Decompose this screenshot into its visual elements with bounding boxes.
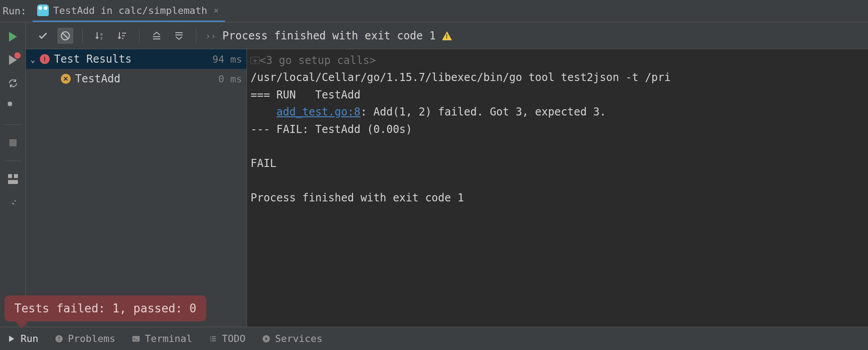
show-ignored-icon[interactable] — [57, 28, 73, 44]
todo-icon — [208, 334, 217, 343]
close-icon[interactable]: × — [212, 5, 221, 16]
tab-todo[interactable]: TODO — [208, 333, 246, 344]
terminal-icon — [132, 334, 140, 343]
node-label: Test Results — [54, 53, 132, 65]
fold-line[interactable]: <3 go setup calls> — [260, 54, 376, 67]
test-node[interactable]: ✕ TestAdd 0 ms — [26, 69, 247, 89]
test-toolbar: az ›› Process finished with exit code 1 — [26, 22, 868, 49]
process-status: Process finished with exit code 1 — [222, 30, 452, 42]
separator — [139, 29, 140, 43]
warning-icon — [442, 31, 452, 40]
svg-rect-0 — [8, 174, 12, 178]
collapse-all-icon[interactable] — [171, 28, 187, 44]
toggle-auto-test-icon[interactable] — [7, 77, 19, 90]
svg-rect-2 — [8, 180, 18, 184]
console-line: : Add(1, 2) failed. Got 3, expected 3. — [361, 106, 606, 118]
tab-run[interactable]: Run — [7, 333, 38, 344]
fold-gutter-icon[interactable]: + — [251, 57, 260, 64]
tab-terminal[interactable]: Terminal — [132, 333, 192, 344]
node-time: 0 ms — [218, 73, 242, 85]
separator — [196, 29, 196, 43]
tab-title: TestAdd in calc/simplemath — [53, 5, 207, 16]
problems-icon — [55, 334, 64, 343]
expand-all-icon[interactable] — [149, 28, 165, 44]
fail-badge-icon: ✕ — [61, 74, 71, 84]
layout-icon[interactable] — [7, 173, 19, 185]
settings-icon[interactable] — [7, 100, 19, 113]
console-line: Process finished with exit code 1 — [251, 192, 464, 204]
run-config-tab[interactable]: TestAdd in calc/simplemath × — [33, 0, 225, 22]
svg-rect-7 — [59, 337, 60, 339]
separator — [82, 29, 83, 43]
svg-rect-8 — [59, 340, 60, 341]
sort-alpha-icon[interactable]: az — [92, 28, 108, 44]
stop-icon[interactable] — [7, 137, 19, 149]
test-tree[interactable]: ⌄ ! Test Results 94 ms ✕ TestAdd 0 ms — [26, 49, 247, 327]
fail-badge-icon: ! — [40, 54, 50, 64]
chevron-down-icon[interactable]: ⌄ — [30, 55, 35, 64]
run-gutter — [0, 22, 26, 327]
sort-duration-icon[interactable] — [114, 28, 130, 44]
svg-rect-9 — [132, 336, 140, 341]
gopher-icon — [37, 4, 49, 16]
services-icon — [262, 334, 271, 343]
console-line: FAIL — [251, 157, 277, 170]
chevron-right-icon: ›› — [205, 30, 216, 41]
test-summary-tooltip: Tests failed: 1, passed: 0 — [4, 295, 206, 321]
pin-icon[interactable] — [7, 196, 19, 209]
svg-text:z: z — [100, 36, 102, 40]
show-passed-icon[interactable] — [35, 28, 51, 44]
node-time: 94 ms — [213, 54, 242, 65]
tool-window-bar: Run Problems Terminal TODO Services — [0, 327, 868, 350]
run-icon[interactable] — [7, 30, 19, 43]
run-tab-icon — [7, 334, 16, 343]
console-line: --- FAIL: TestAdd (0.00s) — [251, 123, 412, 136]
svg-rect-1 — [14, 174, 18, 178]
separator — [4, 124, 22, 125]
node-label: TestAdd — [75, 73, 120, 85]
console-line: === RUN TestAdd — [251, 89, 361, 101]
tab-services[interactable]: Services — [262, 333, 323, 344]
separator — [4, 161, 22, 161]
console-output[interactable]: +<3 go setup calls> /usr/local/Cellar/go… — [247, 49, 868, 327]
rerun-failed-icon[interactable] — [7, 54, 19, 66]
run-label: Run: — [3, 5, 26, 17]
tab-problems[interactable]: Problems — [55, 333, 115, 344]
source-link[interactable]: add_test.go:8 — [277, 106, 361, 118]
test-results-root[interactable]: ⌄ ! Test Results 94 ms — [26, 49, 247, 69]
console-line: /usr/local/Cellar/go/1.15.7/libexec/bin/… — [251, 71, 671, 84]
